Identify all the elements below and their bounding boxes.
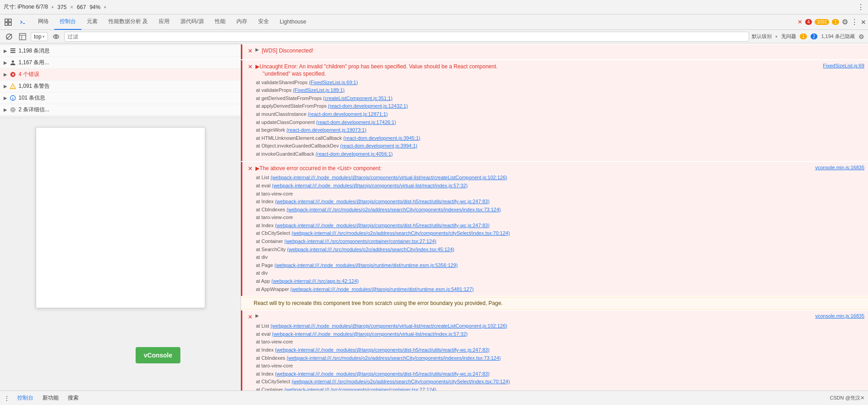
sidebar-item-verbose[interactable]: ▶ 2 条详细信... (0, 104, 241, 116)
console-settings-icon[interactable]: ⚙ (859, 33, 864, 40)
tab-performance-insights[interactable]: 性能数据分析 及 (103, 14, 153, 30)
error-block-wds: ✕ ▶ [WDS] Disconnected! (241, 44, 868, 59)
tab-right-group: ✕ 4 1091 1 ⚙ ⋮ ✕ (797, 18, 866, 26)
stack-link[interactable]: (react-dom.development.js:12871:1) (308, 111, 388, 117)
stack-link[interactable]: (webpack-internal:///./node_modules/@tar… (272, 183, 467, 188)
stack-link[interactable]: (webpack-internal:///./node_modules/@tar… (274, 262, 458, 268)
tab-sources[interactable]: 源代码/源 (175, 14, 209, 30)
warning-count-badge: 1091 (815, 19, 829, 25)
sidebar-item-warnings[interactable]: ▶ ! 1,091 条警告 (0, 81, 241, 92)
chevron-down-icon[interactable]: ▾ (52, 5, 54, 10)
devtools-icon-group (2, 16, 29, 29)
error-link-above[interactable]: vconsole.min.js:16835 (815, 165, 864, 170)
settings-icon[interactable]: ⚙ (842, 18, 848, 26)
stack-line: at Container (webpack-internal:///./src/… (256, 386, 864, 391)
stack-line: at CbIndexes (webpack-internal:///./src/… (256, 206, 864, 214)
more-icon[interactable]: ⋮ (851, 18, 858, 26)
error-icon: ✕ (797, 19, 802, 25)
bottom-tab-new-feature[interactable]: 新功能 (41, 393, 61, 403)
stack-link[interactable]: (webpack-internal:///./node_modules/@tar… (270, 175, 507, 180)
context-selector[interactable]: top ▾ (31, 32, 48, 41)
stack-link[interactable]: (webpack-internal:///./node_modules/@tar… (275, 371, 490, 376)
sidebar-item-label: 1,091 条警告 (19, 82, 50, 90)
stack-link[interactable]: (webpack-internal:///./node_modules/@tar… (275, 347, 490, 353)
sidebar-item-label: 1,198 条消息 (19, 47, 50, 55)
bottom-tab-search[interactable]: 搜索 (66, 393, 80, 403)
zoom-value[interactable]: 94% (90, 4, 100, 10)
sidebar-item-all-messages[interactable]: ▶ 1,198 条消息 (0, 45, 241, 57)
stack-link[interactable]: (webpack-internal:///./node_modules/@tar… (272, 331, 467, 337)
stack-link[interactable]: (webpack-internal:///./src/modules/o2o/a… (292, 379, 510, 384)
stack-link[interactable]: (webpack-internal:///./src/components/co… (284, 238, 436, 244)
bottom-tab-console[interactable]: 控制台 (15, 393, 35, 403)
stack-link[interactable]: (webpack-internal:///./src/components/co… (284, 387, 436, 391)
tab-lighthouse[interactable]: Lighthouse (274, 14, 312, 30)
error-link-uncaught[interactable]: FixedSizeList.js:69 (823, 63, 864, 68)
stack-link[interactable]: (react-dom.development.js:19073:1) (287, 127, 367, 133)
stack-link[interactable]: (FixedSizeList.js:69:1) (309, 80, 358, 85)
stack-line: at validateSharedProps (FixedSizeList.js… (256, 79, 864, 87)
stack-link[interactable]: (webpack-internal:///./node_modules/@tar… (290, 286, 474, 292)
sidebar-item-info[interactable]: ▶ i 101 条信息 (0, 92, 241, 104)
default-level-label[interactable]: 默认级别 (752, 33, 772, 40)
stack-link[interactable]: (webpack-internal:///./src/modules/o2o/a… (287, 247, 454, 252)
tab-elements[interactable]: 元素 (81, 14, 103, 30)
sidebar-item-errors[interactable]: ▶ ✕ 4 个错误 (0, 69, 241, 81)
stack-link[interactable]: (react-dom.development.js:3945:1) (343, 135, 420, 141)
inspect-icon-btn[interactable] (2, 16, 14, 29)
stack-link[interactable]: (webpack-internal:///./src/modules/o2o/a… (287, 355, 501, 361)
svg-point-10 (53, 35, 59, 38)
vconsole-button[interactable]: vConsole (136, 347, 180, 363)
expand-icon[interactable]: ▶ (255, 313, 259, 318)
stack-link[interactable]: (webpack-internal:///./node_modules/@tar… (270, 323, 507, 329)
svg-rect-14 (10, 52, 15, 53)
blue-badge: 2 (811, 33, 818, 39)
stack-link[interactable]: (webpack-internal:///./node_modules/@tar… (275, 199, 490, 204)
error-link-repeat[interactable]: vconsole.min.js:16835 (815, 313, 864, 319)
tab-console[interactable]: 控制台 (54, 14, 81, 30)
close-icon[interactable]: ✕ (861, 19, 866, 26)
collapse-icon[interactable]: ▶ (255, 47, 259, 52)
console-icon-btn[interactable] (16, 16, 29, 29)
stack-line: at SearchCity (webpack-internal:///./src… (256, 246, 864, 254)
error-icon: ✕ (248, 63, 253, 70)
stack-link[interactable]: (react-dom.development.js:17426:1) (316, 119, 396, 125)
stack-link[interactable]: (webpack-internal:///./src/app.ts:42:124… (271, 278, 359, 284)
layout-icon-btn[interactable] (17, 31, 28, 42)
clear-console-button[interactable] (4, 31, 14, 42)
expand-icon: ▶ (4, 72, 7, 77)
console-filter-input[interactable] (64, 32, 750, 42)
error-block-uncaught: ✕ ▶Uncaught Error: An invalid "children"… (241, 60, 868, 161)
stack-link[interactable]: (webpack-internal:///./src/modules/o2o/a… (292, 230, 510, 236)
stack-link[interactable]: (react-dom.development.js:3994:1) (340, 143, 417, 148)
tab-security[interactable]: 安全 (253, 14, 274, 30)
stack-link[interactable]: (react-dom.development.js:4056:1) (316, 151, 393, 157)
default-level-chevron[interactable]: ▾ (775, 34, 778, 39)
gear-icon (10, 107, 16, 113)
stack-link[interactable]: (webpack-internal:///./src/modules/o2o/a… (287, 207, 501, 212)
topbar-more-icon[interactable]: ⋮ (857, 3, 864, 11)
bottom-more-icon[interactable]: ⋮ (4, 395, 10, 402)
eye-icon-btn[interactable] (51, 31, 61, 42)
react-recreate-message: React will try to recreate this componen… (241, 297, 868, 310)
tab-network[interactable]: 网络 (33, 14, 54, 30)
stack-link[interactable]: (createListComponent.js:351:1) (323, 95, 392, 101)
stack-link[interactable]: (FixedSizeList.js:189:1) (293, 87, 344, 93)
sidebar-item-label: 4 个错误 (19, 71, 39, 78)
error-message-uncaught: ▶Uncaught Error: An invalid "children" p… (255, 63, 821, 71)
chevron-down-icon[interactable]: ▾ (104, 5, 106, 10)
error-icon: ✕ (248, 48, 253, 54)
stack-link[interactable]: (react-dom.development.js:12432:1) (328, 103, 408, 109)
sidebar-item-label: 2 条详细信... (19, 106, 49, 114)
stack-line: at eval (webpack-internal:///./node_modu… (256, 330, 864, 338)
tab-memory[interactable]: 内存 (231, 14, 253, 30)
stack-line: at Container (webpack-internal:///./src/… (256, 238, 864, 246)
tab-performance[interactable]: 性能 (209, 14, 231, 30)
stack-line: at taro-view-core (256, 190, 864, 198)
svg-rect-0 (5, 19, 8, 22)
info-circle-icon: i (10, 95, 16, 101)
tab-application[interactable]: 应用 (153, 14, 175, 30)
stack-link[interactable]: (webpack-internal:///./node_modules/@tar… (275, 223, 490, 228)
sidebar-item-user-messages[interactable]: ▶ 1,167 条用... (0, 57, 241, 69)
device-label[interactable]: 尺寸: iPhone 6/7/8 (4, 3, 48, 11)
